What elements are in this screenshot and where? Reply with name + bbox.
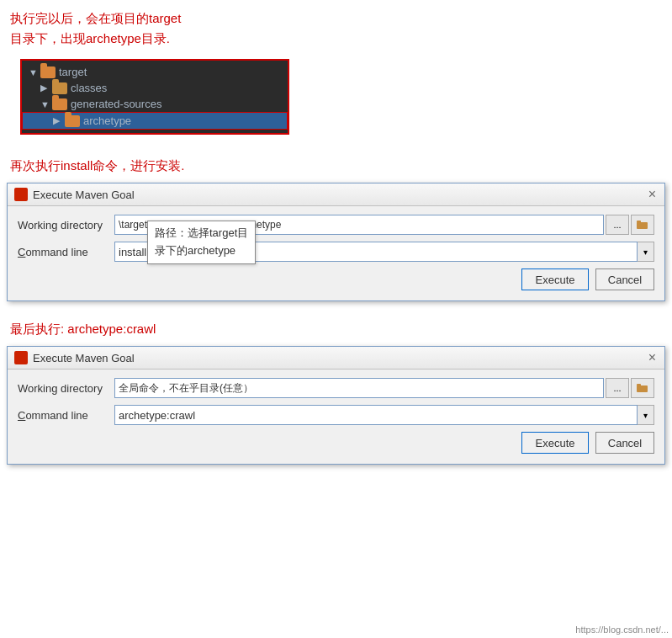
arrow-target: ▼	[29, 67, 40, 77]
dialog-install-titlebar: Execute Maven Goal ×	[8, 183, 664, 206]
tree-label-archetype: archetype	[83, 114, 131, 127]
maven-icon-1	[14, 188, 28, 201]
browse-folder-btn-1[interactable]	[631, 215, 654, 235]
execute-btn-1[interactable]: Execute	[521, 268, 589, 290]
dialog-install-body: Working directory ... Command line	[8, 206, 664, 300]
tree-item-archetype[interactable]: ▶ archetype	[22, 112, 288, 130]
annotation-install-text: 再次执行install命令，进行安装.	[10, 158, 185, 173]
arrow-archetype: ▶	[53, 115, 65, 126]
tree-item-target[interactable]: ▼ target	[22, 64, 288, 80]
annotation-crawl-text: 最后执行: archetype:crawl	[10, 322, 156, 336]
svg-rect-2	[637, 385, 648, 392]
annotation-line2: 目录下，出现archetype目录.	[10, 29, 662, 49]
dialog-crawl-title: Execute Maven Goal	[14, 351, 135, 364]
command-line-select-group-2: ▾	[114, 405, 654, 425]
command-line-input-2[interactable]	[114, 405, 638, 425]
svg-rect-0	[637, 222, 648, 229]
file-tree: ▼ target ▶ classes ▼ generated-sources ▶…	[20, 59, 289, 135]
folder-icon-archetype	[65, 115, 80, 127]
svg-rect-3	[637, 384, 641, 386]
dialog-install-title-text: Execute Maven Goal	[33, 189, 135, 201]
maven-icon-2	[14, 351, 28, 364]
dialog-crawl-title-text: Execute Maven Goal	[33, 352, 135, 364]
execute-btn-2[interactable]: Execute	[521, 432, 589, 454]
command-line-label-text-2: Command line	[18, 409, 88, 422]
working-dir-label-text-2: Working directory	[18, 382, 103, 395]
dialog-install-footer: Execute Cancel	[18, 268, 654, 290]
tree-label-target: target	[59, 66, 87, 78]
tree-item-classes[interactable]: ▶ classes	[22, 80, 288, 96]
tree-label-classes: classes	[71, 82, 107, 94]
annotation-line1: 执行完以后，会在项目的target	[10, 8, 662, 29]
folder-open-icon-1	[637, 220, 648, 230]
annotation-crawl: 最后执行: archetype:crawl	[0, 315, 672, 343]
dialog-install-title: Execute Maven Goal	[14, 188, 135, 201]
browse-dots-btn-1[interactable]: ...	[606, 215, 629, 235]
tree-item-generated-sources[interactable]: ▼ generated-sources	[22, 96, 288, 112]
working-dir-input-group-2: ...	[114, 378, 654, 398]
dialog-install: Execute Maven Goal × Working directory .…	[7, 183, 665, 301]
arrow-classes: ▶	[40, 82, 52, 93]
tooltip-line2: 录下的archetype	[155, 242, 248, 260]
working-dir-row-2: Working directory ...	[18, 378, 654, 398]
command-line-row-1: Command line ▾	[18, 242, 654, 262]
dialog-crawl-close[interactable]: ×	[647, 351, 658, 364]
command-line-row-2: Command line ▾	[18, 405, 654, 425]
tree-label-generated: generated-sources	[71, 98, 161, 110]
working-dir-row-1: Working directory ...	[18, 215, 654, 235]
watermark: https://blog.csdn.net/...	[575, 625, 669, 635]
folder-icon-generated	[52, 98, 67, 110]
dialog-crawl-titlebar: Execute Maven Goal ×	[8, 347, 664, 370]
browse-dots-btn-2[interactable]: ...	[606, 378, 629, 398]
command-line-dropdown-2[interactable]: ▾	[638, 405, 654, 425]
annotation-top: 执行完以后，会在项目的target 目录下，出现archetype目录.	[0, 0, 672, 54]
browse-folder-btn-2[interactable]	[631, 378, 654, 398]
folder-icon-classes	[52, 82, 67, 94]
command-line-label-1: Command line	[18, 246, 114, 258]
command-line-dropdown-1[interactable]: ▾	[638, 242, 654, 262]
dialog-install-close[interactable]: ×	[647, 188, 658, 201]
working-dir-input-2[interactable]	[114, 378, 604, 398]
svg-rect-1	[637, 221, 641, 223]
tooltip-path: 路径：选择target目 录下的archetype	[147, 221, 256, 264]
folder-open-icon-2	[637, 383, 648, 393]
cancel-btn-2[interactable]: Cancel	[595, 432, 654, 454]
arrow-generated: ▼	[40, 99, 52, 109]
working-dir-label-text-1: Working directory	[18, 219, 103, 231]
dialog-crawl: Execute Maven Goal × Working directory .…	[7, 346, 665, 465]
cancel-btn-1[interactable]: Cancel	[595, 268, 654, 290]
folder-icon-target	[40, 66, 56, 78]
dialog-crawl-footer: Execute Cancel	[18, 432, 654, 454]
command-line-label-text-1: Command line	[18, 246, 88, 258]
working-dir-label-1: Working directory	[18, 219, 114, 231]
command-line-label-2: Command line	[18, 409, 114, 422]
annotation-install: 再次执行install命令，进行安装.	[0, 152, 672, 179]
tooltip-line1: 路径：选择target目	[155, 225, 248, 242]
working-dir-label-2: Working directory	[18, 382, 114, 395]
dialog-crawl-body: Working directory ... Command line ▾	[8, 370, 664, 464]
